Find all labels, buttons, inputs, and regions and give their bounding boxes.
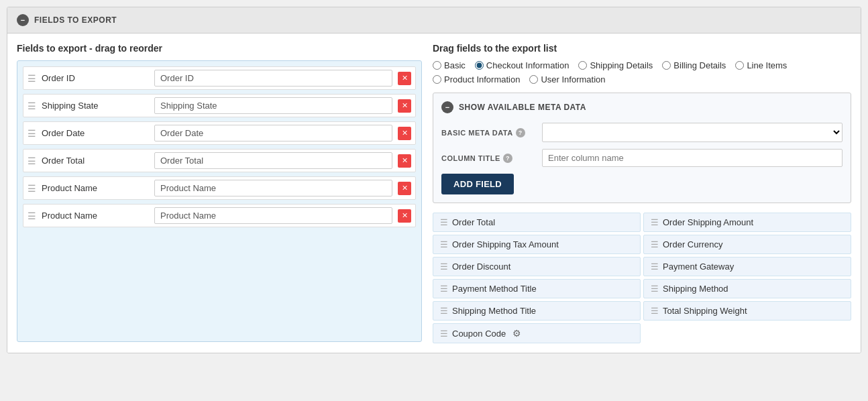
- basic-meta-label: BASIC META DATA ?: [441, 128, 535, 137]
- radio-input-r-checkout[interactable]: [475, 61, 484, 70]
- meta-title: SHOW AVAILABLE META DATA: [459, 103, 586, 112]
- delete-field-button[interactable]: ✕: [398, 154, 411, 168]
- delete-field-button[interactable]: ✕: [398, 209, 411, 223]
- drag-handle-icon: ☰: [651, 284, 659, 294]
- drag-handle-icon[interactable]: ☰: [28, 101, 36, 111]
- avail-field-label: Order Shipping Amount: [663, 217, 753, 227]
- radio-r-shipping[interactable]: Shipping Details: [578, 60, 653, 70]
- avail-field-label: Order Currency: [663, 239, 723, 249]
- radio-r-product[interactable]: Product Information: [433, 74, 520, 84]
- radio-label-text: Checkout Information: [486, 60, 569, 70]
- radio-input-r-billing[interactable]: [662, 61, 671, 70]
- delete-field-button[interactable]: ✕: [398, 72, 411, 85]
- panel-header: − FIELDS TO EXPORT: [7, 7, 861, 34]
- avail-field-label: Order Shipping Tax Amount: [452, 239, 559, 249]
- field-value-input[interactable]: [154, 152, 392, 169]
- column-title-label: COLUMN TITLE ?: [441, 154, 535, 163]
- radio-label-text: Line Items: [747, 60, 787, 70]
- avail-field-label: Order Total: [452, 217, 495, 227]
- drag-handle-icon[interactable]: ☰: [28, 156, 36, 166]
- list-item[interactable]: ☰ Total Shipping Weight: [643, 301, 851, 321]
- field-value-input[interactable]: [154, 70, 392, 87]
- radio-r-checkout[interactable]: Checkout Information: [475, 60, 569, 70]
- available-fields-grid: ☰ Order Total ☰ Order Shipping Amount ☰ …: [433, 213, 851, 343]
- drag-handle-icon: ☰: [440, 329, 448, 339]
- delete-field-button[interactable]: ✕: [398, 182, 411, 195]
- left-panel-title: Fields to export - drag to reorder: [17, 43, 422, 54]
- right-panel: Drag fields to the export list BasicChec…: [433, 43, 851, 343]
- radio-input-r-user[interactable]: [529, 75, 538, 84]
- column-title-row: COLUMN TITLE ?: [441, 149, 843, 167]
- drag-handle-icon: ☰: [440, 239, 448, 249]
- meta-section: − SHOW AVAILABLE META DATA BASIC META DA…: [433, 93, 851, 203]
- radio-label-text: Product Information: [444, 74, 520, 84]
- avail-field-label: Payment Gateway: [663, 262, 734, 272]
- drag-handle-icon: ☰: [651, 306, 659, 316]
- fields-to-export-panel: − FIELDS TO EXPORT Fields to export - dr…: [7, 7, 861, 353]
- drag-handle-icon: ☰: [651, 262, 659, 272]
- list-item[interactable]: ☰ Order Shipping Amount: [643, 213, 851, 232]
- delete-field-button[interactable]: ✕: [398, 99, 411, 113]
- drag-handle-icon[interactable]: ☰: [28, 183, 36, 194]
- gear-icon[interactable]: ⚙: [512, 328, 521, 339]
- avail-field-label: Order Discount: [452, 262, 510, 272]
- avail-field-label: Shipping Method Title: [452, 306, 536, 316]
- list-item[interactable]: ☰ Shipping Method Title: [433, 301, 641, 321]
- field-value-input[interactable]: [154, 97, 392, 114]
- drag-handle-icon: ☰: [440, 284, 448, 294]
- radio-label-text: User Information: [541, 74, 605, 84]
- basic-meta-help-icon[interactable]: ?: [516, 128, 525, 137]
- meta-collapse-icon[interactable]: −: [441, 101, 453, 113]
- list-item[interactable]: ☰ Order Discount: [433, 257, 641, 276]
- radio-input-r-lineitems[interactable]: [735, 61, 744, 70]
- field-value-input[interactable]: [154, 180, 392, 196]
- column-title-help-icon[interactable]: ?: [503, 154, 512, 163]
- radio-r-user[interactable]: User Information: [529, 74, 605, 84]
- radio-group: BasicCheckout InformationShipping Detail…: [433, 60, 851, 84]
- list-item[interactable]: ☰ Shipping Method: [643, 279, 851, 298]
- delete-field-button[interactable]: ✕: [398, 127, 411, 140]
- panel-collapse-icon[interactable]: −: [17, 14, 29, 26]
- table-row: ☰ Product Name ✕: [23, 204, 416, 227]
- fields-list-container: ☰ Order ID ✕ ☰ Shipping State ✕ ☰ Order …: [17, 60, 422, 342]
- table-row: ☰ Order Date ✕: [23, 121, 416, 145]
- avail-field-label: Payment Method Title: [452, 284, 537, 294]
- radio-r-billing[interactable]: Billing Details: [662, 60, 726, 70]
- avail-field-label: Total Shipping Weight: [663, 306, 747, 316]
- list-item[interactable]: ☰ Order Total: [433, 213, 641, 232]
- panel-title: FIELDS TO EXPORT: [34, 15, 117, 25]
- drag-handle-icon: ☰: [440, 217, 448, 227]
- field-value-input[interactable]: [154, 125, 392, 141]
- field-value-input[interactable]: [154, 207, 392, 224]
- drag-handle-icon: ☰: [651, 217, 659, 227]
- drag-handle-icon[interactable]: ☰: [28, 128, 36, 139]
- field-label: Order Date: [42, 128, 149, 138]
- field-label: Product Name: [42, 183, 149, 193]
- drag-handle-icon[interactable]: ☰: [28, 73, 36, 84]
- left-panel: Fields to export - drag to reorder ☰ Ord…: [17, 43, 433, 343]
- table-row: ☰ Order Total ✕: [23, 149, 416, 172]
- basic-meta-select[interactable]: [542, 123, 843, 142]
- radio-input-r-basic[interactable]: [433, 61, 441, 70]
- drag-handle-icon[interactable]: ☰: [28, 211, 36, 221]
- field-label: Product Name: [42, 211, 149, 221]
- radio-label-text: Shipping Details: [590, 60, 653, 70]
- list-item[interactable]: ☰ Order Shipping Tax Amount: [433, 235, 641, 254]
- column-title-input[interactable]: [542, 149, 843, 167]
- radio-input-r-shipping[interactable]: [578, 61, 587, 70]
- add-field-button[interactable]: ADD FIELD: [441, 174, 514, 194]
- list-item[interactable]: ☰ Payment Gateway: [643, 257, 851, 276]
- list-item[interactable]: ☰ Coupon Code ⚙: [433, 323, 641, 343]
- table-row: ☰ Shipping State ✕: [23, 94, 416, 117]
- list-item[interactable]: ☰ Order Currency: [643, 235, 851, 254]
- radio-label-text: Basic: [444, 60, 466, 70]
- radio-label-text: Billing Details: [673, 60, 726, 70]
- radio-r-lineitems[interactable]: Line Items: [735, 60, 787, 70]
- avail-field-label: Shipping Method: [663, 284, 728, 294]
- right-panel-title: Drag fields to the export list: [433, 43, 851, 54]
- radio-r-basic[interactable]: Basic: [433, 60, 466, 70]
- meta-header: − SHOW AVAILABLE META DATA: [441, 101, 843, 113]
- drag-handle-icon: ☰: [440, 262, 448, 272]
- radio-input-r-product[interactable]: [433, 75, 441, 84]
- list-item[interactable]: ☰ Payment Method Title: [433, 279, 641, 298]
